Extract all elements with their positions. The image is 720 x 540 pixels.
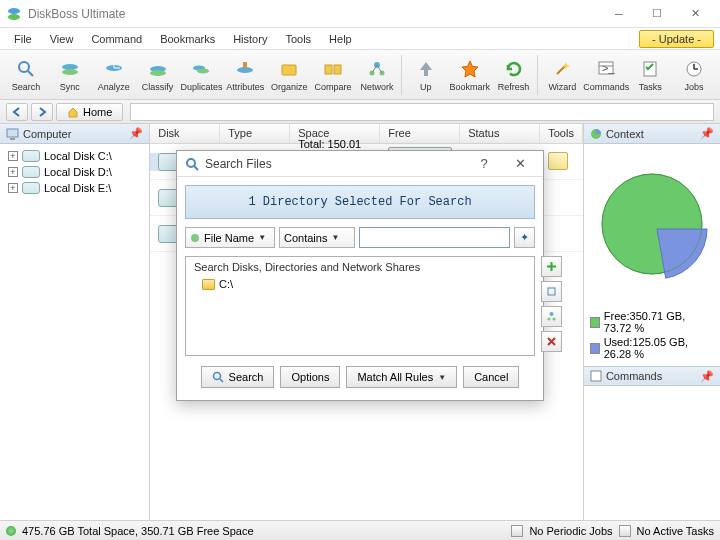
maximize-button[interactable]: ☐ <box>638 0 676 28</box>
nav-home[interactable]: Home <box>56 103 123 121</box>
context-legend: Free:350.71 GB, 73.72 % Used:125.05 GB, … <box>584 304 720 366</box>
pin-icon[interactable]: 📌 <box>700 127 714 140</box>
add-filter-button[interactable]: ✦ <box>514 227 535 248</box>
pin-icon[interactable]: 📌 <box>700 370 714 383</box>
minimize-button[interactable]: ─ <box>600 0 638 28</box>
pin-icon[interactable]: 📌 <box>129 127 143 140</box>
nav-forward[interactable] <box>31 103 53 121</box>
toolbar-sync[interactable]: Sync <box>48 52 92 98</box>
toolbar-up[interactable]: Up <box>404 52 448 98</box>
search-button[interactable]: Search <box>201 366 275 388</box>
svg-text:>_: >_ <box>602 62 615 74</box>
analyze-icon <box>103 58 125 80</box>
dialog-titlebar[interactable]: Search Files ? ✕ <box>177 151 543 177</box>
col-free[interactable]: Free <box>380 124 460 143</box>
commands-panel-header: Commands 📌 <box>584 366 720 386</box>
match-rules-select[interactable]: Match All Rules▼ <box>346 366 457 388</box>
toolbar-refresh[interactable]: Refresh <box>492 52 536 98</box>
toolbar-separator <box>537 55 538 95</box>
chevron-down-icon: ▼ <box>331 233 339 242</box>
organize-icon <box>278 58 300 80</box>
menu-command[interactable]: Command <box>83 31 150 47</box>
pie-icon <box>590 128 602 140</box>
menu-view[interactable]: View <box>42 31 82 47</box>
sync-icon <box>59 58 81 80</box>
status-jobs: No Periodic Jobs <box>529 525 612 537</box>
tools-button[interactable] <box>548 152 568 170</box>
col-tools[interactable]: Tools <box>540 124 583 143</box>
toolbar-classify[interactable]: Classify <box>136 52 180 98</box>
dialog-close-button[interactable]: ✕ <box>505 156 535 171</box>
menu-help[interactable]: Help <box>321 31 360 47</box>
update-button[interactable]: - Update - <box>639 30 714 48</box>
nav-back[interactable] <box>6 103 28 121</box>
toolbar-analyze[interactable]: Analyze <box>92 52 136 98</box>
window-title: DiskBoss Ultimate <box>28 7 600 21</box>
menu-history[interactable]: History <box>225 31 275 47</box>
network-location-button[interactable] <box>541 306 562 327</box>
jobs-icon <box>683 58 705 80</box>
filter-value-input[interactable] <box>359 227 510 248</box>
col-status[interactable]: Status <box>460 124 540 143</box>
svg-point-0 <box>8 8 20 14</box>
svg-line-3 <box>28 71 33 76</box>
tree-item-c[interactable]: +Local Disk C:\ <box>4 148 145 164</box>
chevron-down-icon: ▼ <box>258 233 266 242</box>
col-disk[interactable]: Disk <box>150 124 220 143</box>
tree-item-d[interactable]: +Local Disk D:\ <box>4 164 145 180</box>
toolbar-compare[interactable]: Compare <box>311 52 355 98</box>
filter-op-select[interactable]: Contains▼ <box>279 227 355 248</box>
col-type[interactable]: Type <box>220 124 290 143</box>
bookmark-icon <box>459 58 481 80</box>
left-panel: Computer 📌 +Local Disk C:\ +Local Disk D… <box>0 124 150 520</box>
svg-rect-38 <box>548 288 555 295</box>
options-button[interactable]: Options <box>280 366 340 388</box>
computer-icon <box>6 128 19 140</box>
location-row[interactable]: C:\ <box>190 277 530 291</box>
chevron-down-icon: ▼ <box>438 373 446 382</box>
filter-field-select[interactable]: File Name▼ <box>185 227 275 248</box>
status-tasks: No Active Tasks <box>637 525 714 537</box>
search-icon <box>185 157 199 171</box>
svg-rect-13 <box>282 65 296 75</box>
remove-location-button[interactable] <box>541 331 562 352</box>
svg-point-41 <box>552 317 555 320</box>
menu-file[interactable]: File <box>6 31 40 47</box>
toolbar-search[interactable]: Search <box>4 52 48 98</box>
nav-bar: Home <box>0 100 720 124</box>
toolbar-attributes[interactable]: Attributes <box>223 52 267 98</box>
tree-item-e[interactable]: +Local Disk E:\ <box>4 180 145 196</box>
expand-icon[interactable]: + <box>8 151 18 161</box>
toolbar-jobs[interactable]: Jobs <box>672 52 716 98</box>
close-button[interactable]: ✕ <box>676 0 714 28</box>
edit-location-button[interactable] <box>541 281 562 302</box>
dialog-banner: 1 Directory Selected For Search <box>185 185 535 219</box>
status-dot-icon <box>6 526 16 536</box>
nav-path[interactable] <box>130 103 714 121</box>
cancel-button[interactable]: Cancel <box>463 366 519 388</box>
svg-point-40 <box>547 317 550 320</box>
toolbar-network[interactable]: Network <box>355 52 399 98</box>
toolbar-wizard[interactable]: Wizard <box>540 52 584 98</box>
dialog-help-button[interactable]: ? <box>469 156 499 171</box>
search-icon <box>212 371 224 383</box>
search-files-dialog: Search Files ? ✕ 1 Directory Selected Fo… <box>176 150 544 401</box>
attributes-icon <box>234 58 256 80</box>
title-bar: DiskBoss Ultimate ─ ☐ ✕ <box>0 0 720 28</box>
menu-tools[interactable]: Tools <box>277 31 319 47</box>
toolbar-duplicates[interactable]: Duplicates <box>179 52 223 98</box>
location-side-buttons <box>541 256 562 352</box>
disk-icon <box>22 150 40 162</box>
menu-bookmarks[interactable]: Bookmarks <box>152 31 223 47</box>
svg-point-35 <box>187 159 195 167</box>
toolbar-tasks[interactable]: Tasks <box>628 52 672 98</box>
legend-used: Used:125.05 GB, 26.28 % <box>590 336 714 360</box>
expand-icon[interactable]: + <box>8 183 18 193</box>
svg-line-36 <box>194 166 198 170</box>
search-icon <box>15 58 37 80</box>
toolbar-organize[interactable]: Organize <box>267 52 311 98</box>
expand-icon[interactable]: + <box>8 167 18 177</box>
toolbar-bookmark[interactable]: Bookmark <box>448 52 492 98</box>
toolbar-commands[interactable]: >_Commands <box>584 52 628 98</box>
add-location-button[interactable] <box>541 256 562 277</box>
